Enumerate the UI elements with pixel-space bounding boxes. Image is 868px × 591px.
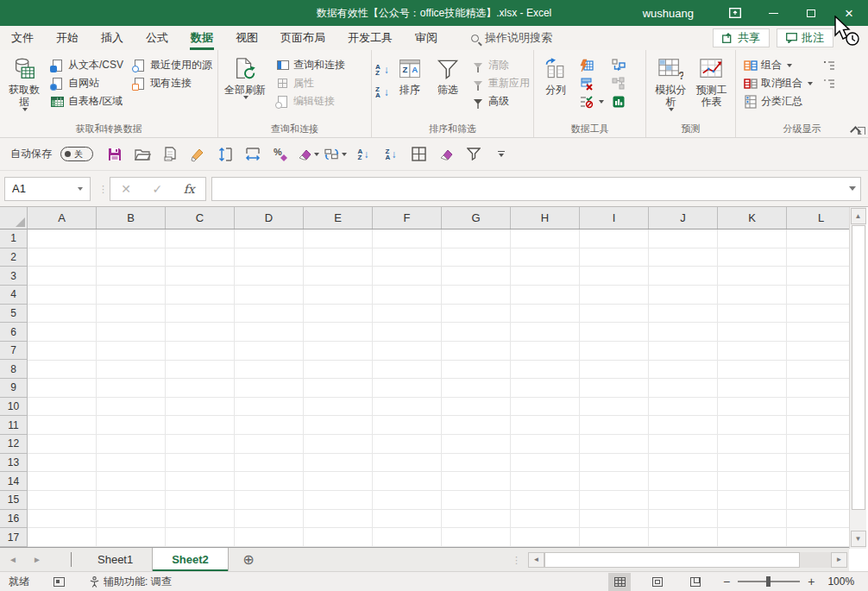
sort-button[interactable]: ZA 排序 xyxy=(393,53,427,97)
scroll-down-icon[interactable]: ▼ xyxy=(851,531,866,547)
tab-developer[interactable]: 开发工具 xyxy=(337,26,404,50)
row-header-10[interactable]: 10 xyxy=(0,398,27,417)
format-painter-button[interactable] xyxy=(186,143,209,166)
tab-insert[interactable]: 插入 xyxy=(90,26,135,50)
column-header-E[interactable]: E xyxy=(304,207,373,229)
normal-view-button[interactable] xyxy=(608,573,631,591)
qat-sort-descending-button[interactable]: ZA↓ xyxy=(380,143,402,166)
column-width-button[interactable] xyxy=(242,143,264,166)
group-button[interactable]: 组合 xyxy=(743,56,813,74)
scroll-right-icon[interactable]: ► xyxy=(831,552,847,568)
row-height-button[interactable] xyxy=(214,143,236,166)
from-web-button[interactable]: 自网站 xyxy=(50,74,123,92)
name-box[interactable]: A1 xyxy=(4,177,91,201)
comments-button[interactable]: 批注 xyxy=(777,28,833,47)
existing-connections-button[interactable]: 现有连接 xyxy=(132,74,212,92)
sheet-nav-right-icon[interactable]: ► xyxy=(26,548,48,571)
insert-function-button[interactable]: fx xyxy=(184,182,195,196)
hide-detail-button[interactable] xyxy=(821,74,836,92)
borders-button[interactable] xyxy=(407,143,430,166)
row-header-11[interactable]: 11 xyxy=(0,416,27,435)
row-header-7[interactable]: 7 xyxy=(0,342,27,361)
horizontal-scroll-track[interactable] xyxy=(800,552,831,568)
save-button[interactable] xyxy=(104,143,126,166)
tab-formulas[interactable]: 公式 xyxy=(135,26,179,50)
scroll-left-icon[interactable]: ◄ xyxy=(528,552,544,568)
column-header-F[interactable]: F xyxy=(373,207,442,229)
collapse-ribbon-icon[interactable] xyxy=(851,127,861,134)
row-header-4[interactable]: 4 xyxy=(0,286,27,305)
what-if-analysis-button[interactable]: ? 模拟分析 xyxy=(650,53,691,112)
open-button[interactable] xyxy=(131,143,154,166)
minimize-button[interactable] xyxy=(754,0,792,26)
filter-button[interactable]: 筛选 xyxy=(431,53,465,97)
page-layout-view-button[interactable] xyxy=(646,573,669,591)
customize-qat-button[interactable] xyxy=(490,143,513,166)
row-header-13[interactable]: 13 xyxy=(0,454,27,473)
share-button[interactable]: 共享 xyxy=(713,28,770,47)
tab-review[interactable]: 审阅 xyxy=(404,26,449,50)
macro-record-icon[interactable] xyxy=(53,577,65,587)
new-sheet-button[interactable]: ⊕ xyxy=(229,548,268,571)
zoom-out-button[interactable]: − xyxy=(723,575,730,588)
tab-file[interactable]: 文件 xyxy=(0,26,45,50)
row-header-12[interactable]: 12 xyxy=(0,435,27,454)
text-to-columns-button[interactable]: 分列 xyxy=(538,53,574,97)
sort-ascending-button[interactable]: AZ↓ xyxy=(375,59,389,81)
zoom-slider-thumb[interactable] xyxy=(766,576,771,587)
column-header-I[interactable]: I xyxy=(580,207,649,229)
row-header-8[interactable]: 8 xyxy=(0,360,27,379)
formula-bar-splitter[interactable]: ⋮ xyxy=(98,187,102,191)
tab-scroll-splitter[interactable]: ⋮ xyxy=(505,548,528,571)
print-preview-button[interactable] xyxy=(159,143,181,166)
tab-view[interactable]: 视图 xyxy=(224,26,269,50)
row-header-3[interactable]: 3 xyxy=(0,267,27,286)
from-text-csv-button[interactable]: 从文本/CSV xyxy=(50,56,123,74)
recent-sources-button[interactable]: 最近使用的源 xyxy=(132,56,212,74)
zoom-level[interactable]: 100% xyxy=(827,575,854,588)
user-name[interactable]: wushuang xyxy=(643,7,694,20)
row-header-14[interactable]: 14 xyxy=(0,472,27,491)
vertical-scrollbar[interactable]: ▲ ▼ xyxy=(849,207,866,549)
refresh-swap-button[interactable] xyxy=(324,143,347,166)
column-header-K[interactable]: K xyxy=(718,207,787,229)
column-header-H[interactable]: H xyxy=(511,207,580,229)
column-header-J[interactable]: J xyxy=(649,207,718,229)
qat-filter-button[interactable] xyxy=(462,143,485,166)
manage-data-model-button[interactable] xyxy=(611,92,626,110)
sort-descending-button[interactable]: ZA↓ xyxy=(375,81,389,104)
row-header-6[interactable]: 6 xyxy=(0,323,27,342)
scroll-up-icon[interactable]: ▲ xyxy=(851,208,866,224)
ungroup-button[interactable]: 取消组合 xyxy=(743,74,813,92)
cell-area[interactable] xyxy=(28,229,849,547)
eraser-dropdown-button[interactable] xyxy=(297,143,319,166)
sheet-tab-sheet2[interactable]: Sheet2 xyxy=(152,548,229,571)
accessibility-status[interactable]: 辅助功能: 调查 xyxy=(89,575,172,589)
select-all-corner[interactable] xyxy=(0,207,28,229)
column-header-G[interactable]: G xyxy=(442,207,511,229)
column-header-L[interactable]: L xyxy=(787,207,849,229)
row-header-16[interactable]: 16 xyxy=(0,510,27,529)
qat-sort-ascending-button[interactable]: AZ↓ xyxy=(352,143,374,166)
advanced-filter-button[interactable]: 高级 xyxy=(470,92,530,110)
row-header-17[interactable]: 17 xyxy=(0,528,27,547)
forecast-sheet-button[interactable]: 预测工作表 xyxy=(691,53,732,109)
page-break-view-button[interactable] xyxy=(684,573,707,591)
tell-me-search[interactable]: 操作说明搜索 xyxy=(471,26,552,50)
refresh-all-button[interactable]: 全部刷新 xyxy=(222,53,268,100)
column-header-B[interactable]: B xyxy=(97,207,166,229)
row-header-9[interactable]: 9 xyxy=(0,379,27,398)
clear-format-button[interactable] xyxy=(435,143,457,166)
vertical-scroll-thumb[interactable] xyxy=(852,225,865,510)
horizontal-scrollbar[interactable]: ◄ ► xyxy=(528,548,849,571)
horizontal-scroll-thumb[interactable] xyxy=(544,552,800,568)
ribbon-display-options-icon[interactable] xyxy=(716,0,754,26)
tab-home[interactable]: 开始 xyxy=(45,26,90,50)
row-header-1[interactable]: 1 xyxy=(0,229,27,248)
tab-data[interactable]: 数据 xyxy=(179,26,224,50)
column-header-D[interactable]: D xyxy=(235,207,304,229)
zoom-in-button[interactable]: + xyxy=(808,575,815,588)
percent-style-button[interactable]: % xyxy=(269,143,292,166)
queries-connections-button[interactable]: 查询和连接 xyxy=(275,56,345,74)
row-header-5[interactable]: 5 xyxy=(0,305,27,324)
